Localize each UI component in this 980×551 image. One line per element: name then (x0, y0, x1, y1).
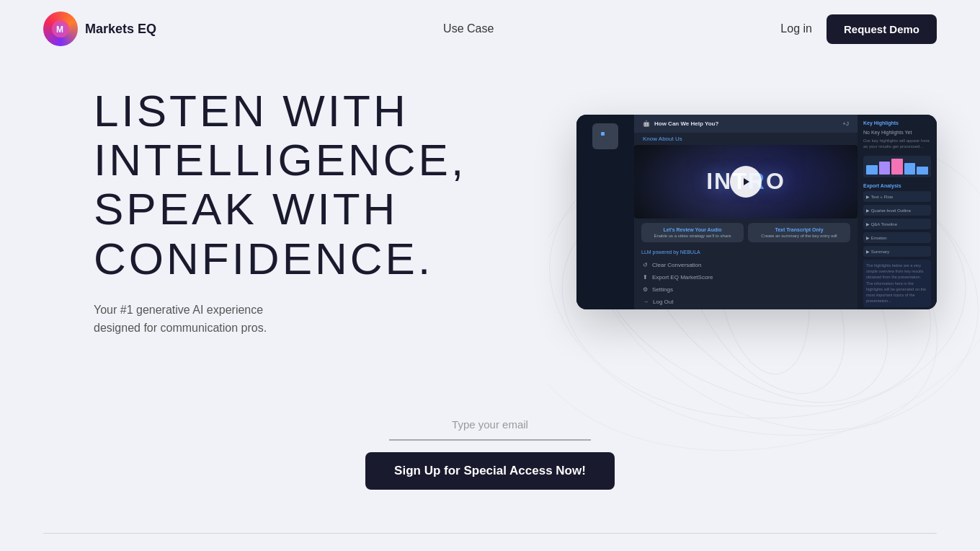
rp-item-3: ▶ Q&A Timeline (863, 219, 931, 229)
logo-label: Markets EQ (85, 22, 156, 37)
ss-header: 🤖 How Can We Help You? +J (634, 115, 858, 133)
twitter-x-icon[interactable] (151, 548, 174, 551)
email-input[interactable] (389, 410, 591, 441)
rp-item-2: ▶ Quarter-level Outline (863, 205, 931, 216)
ss-audio-btn: Let's Review Your Audio Enable us a vide… (641, 223, 744, 242)
ss-video-area: INTRO (634, 145, 858, 219)
svg-rect-12 (601, 137, 605, 141)
rp-item-4: ▶ Emotion (863, 232, 931, 243)
hero-content: LISTEN WITHINTELLIGENCE,SPEAK WITHCONFID… (94, 87, 466, 338)
hero-subtitle: Your #1 generative AI experience designe… (94, 301, 466, 338)
linkedin-icon[interactable] (116, 548, 139, 551)
rp-item-5: ▶ Summary (863, 246, 931, 257)
ss-know-about: Know About Us (634, 133, 858, 145)
svg-marker-14 (744, 178, 749, 185)
request-demo-button[interactable]: Request Demo (827, 14, 937, 44)
ss-menu-export: ⬆Export EQ MarketScore (634, 271, 858, 283)
ss-menu: ↺Clear Conversation ⬆Export EQ MarketSco… (634, 257, 858, 309)
hero-title: LISTEN WITHINTELLIGENCE,SPEAK WITHCONFID… (94, 87, 466, 283)
rp-item-1: ▶ Text + Flow (863, 191, 931, 202)
ss-menu-clear: ↺Clear Conversation (634, 259, 858, 271)
ss-play-button[interactable] (730, 166, 762, 198)
logo[interactable]: M Markets EQ (43, 12, 156, 46)
ss-main: 🤖 How Can We Help You? +J Know About Us … (634, 115, 858, 309)
rp-chart (863, 156, 931, 177)
footer-social: Let's Connect (43, 548, 208, 551)
nav-actions: Log in Request Demo (780, 14, 937, 44)
navbar: M Markets EQ Use Case Log in Request Dem… (0, 0, 980, 58)
email-wrapper (389, 410, 591, 441)
rp-export-title: Export Analysis (863, 183, 931, 188)
screenshot-container: 🤖 How Can We Help You? +J Know About Us … (576, 115, 937, 309)
svg-rect-13 (606, 137, 610, 141)
cta-section: Sign Up for Special Access Now! (0, 381, 980, 533)
login-button[interactable]: Log in (780, 22, 812, 35)
ss-review-btns: Let's Review Your Audio Enable us a vide… (634, 219, 858, 247)
ss-menu-logout: →Log Out (634, 296, 858, 308)
logo-icon: M (43, 12, 78, 46)
ss-sidebar-icon-1 (592, 123, 618, 149)
ss-sidebar (576, 115, 634, 309)
ss-transcript-btn: Text Transcript Only Create an summary o… (748, 223, 850, 242)
hero-section: LISTEN WITHINTELLIGENCE,SPEAK WITHCONFID… (0, 58, 980, 381)
svg-rect-10 (601, 132, 605, 136)
app-preview: 🤖 How Can We Help You? +J Know About Us … (576, 115, 937, 309)
ss-menu-settings: ⚙Settings (634, 283, 858, 296)
footer: Let's Connect Contact Us | Terms (0, 534, 980, 551)
nav-use-case[interactable]: Use Case (443, 22, 494, 35)
ss-llm-label: LLM powered by NEBULA (634, 247, 858, 257)
signup-button[interactable]: Sign Up for Special Access Now! (365, 452, 615, 490)
svg-text:M: M (56, 25, 63, 35)
ss-right-panel: Key Highlights No Key Highlights Yet Our… (858, 115, 937, 309)
svg-rect-11 (606, 132, 610, 136)
instagram-icon[interactable] (185, 548, 208, 551)
rp-highlights-title: Key Highlights (863, 120, 931, 125)
